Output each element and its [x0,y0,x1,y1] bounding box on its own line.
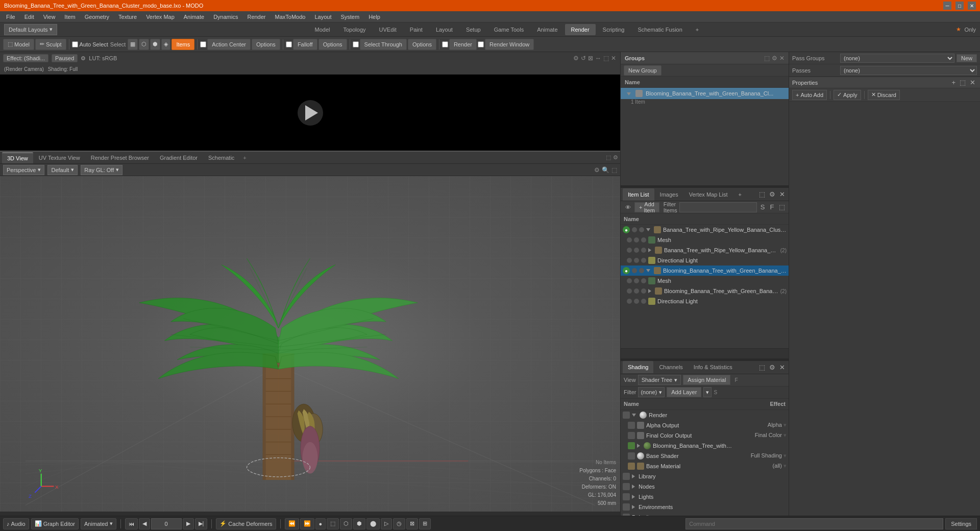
render-button[interactable]: Render [449,39,477,50]
add-item-button[interactable]: + Add Item [634,202,659,212]
sb-btn-4[interactable]: ⬚ [327,518,339,529]
view-settings-icon[interactable]: ⚙ [613,154,618,161]
sb-btn-8[interactable]: ▷ [381,518,392,529]
menu-vertex-map[interactable]: Vertex Map [142,13,179,21]
il-toolbar-expand[interactable]: ⬚ [777,203,787,211]
shader-row-final-color[interactable]: Final Color Output Final Color ▾ [621,430,789,441]
il-filter-s[interactable]: S [759,203,767,211]
sel-icon-4[interactable]: ◈ [161,39,170,50]
tab-3d-view[interactable]: 3D View [2,152,33,163]
preview-ctrl-close[interactable]: ✕ [611,55,616,62]
menu-texture[interactable]: Texture [114,13,141,21]
groups-settings-btn[interactable]: ⚙ [772,55,777,62]
auto-select-input[interactable] [72,41,78,47]
il-close-btn[interactable]: ✕ [778,190,787,198]
auto-select-checkbox[interactable]: Auto Select [72,41,108,47]
filter-input[interactable] [679,202,757,212]
il-filter-f[interactable]: F [768,203,775,211]
menu-view[interactable]: View [39,13,60,21]
tab-topology[interactable]: Topology [337,24,372,35]
filter-none-dropdown[interactable]: (none) ▾ [638,387,665,397]
render-window-input[interactable] [478,41,484,47]
effect-badge[interactable]: Effect: (Shadi... [3,54,48,62]
auto-add-button[interactable]: + Auto Add [792,90,827,100]
item-row-2[interactable]: Banana_Tree_with_Ripe_Yellow_Banana_Clus… [621,245,789,255]
animated-button[interactable]: Animated ▾ [81,518,116,529]
menu-geometry[interactable]: Geometry [81,13,113,21]
shader-row-environments[interactable]: Environments [621,502,789,512]
items-button[interactable]: Items [172,39,194,50]
sb-btn-9[interactable]: ◷ [393,518,405,529]
pass-groups-select[interactable]: (none) [840,54,954,63]
vp-expand-icon[interactable]: ⬚ [611,166,617,174]
item-row-1[interactable]: Mesh [621,235,789,245]
default-layouts-dropdown[interactable]: Default Layouts ▾ [4,24,57,35]
item-row-6[interactable]: Blooming_Banana_Tree_with_Green_Banana_C… [621,286,789,296]
transport-prev-frame[interactable]: ◀ [139,518,150,529]
menu-render[interactable]: Render [243,13,270,21]
shader-row-lights[interactable]: Lights [621,492,789,502]
shader-row-base-shader[interactable]: Base Shader Full Shading ▾ [621,451,789,461]
sel-icon-2[interactable]: ⬡ [139,39,149,50]
shading-expand-btn[interactable]: ⬚ [757,364,767,371]
play-button[interactable] [298,100,323,126]
settings-button[interactable]: Settings [945,518,977,529]
item-row-3[interactable]: Directional Light [621,255,789,266]
preview-ctrl-settings[interactable]: ⚙ [573,55,579,62]
add-layer-button[interactable]: Add Layer [667,387,701,397]
add-layer-dropdown[interactable]: ▾ [703,387,712,397]
viewport-canvas[interactable]: X Y Z No Items Polygons : Face Channels:… [0,176,620,512]
props-settings-btn[interactable]: ⬚ [958,79,967,86]
sb-btn-5[interactable]: ⬡ [340,518,352,529]
view-expand-icon[interactable]: ⬚ [606,154,611,161]
menu-system[interactable]: System [336,13,363,21]
minimize-button[interactable]: ─ [943,2,951,10]
pass-groups-new-btn[interactable]: New [957,54,977,62]
tab-vertex-map-list[interactable]: Vertex Map List [684,188,733,201]
vp-zoom-icon[interactable]: 🔍 [602,166,609,174]
tab-channels[interactable]: Channels [654,361,688,373]
preview-ctrl-view[interactable]: ⬚ [603,55,609,62]
item-row-5[interactable]: Mesh [621,276,789,286]
tab-render[interactable]: Render [565,24,596,35]
options2-button[interactable]: Options [318,39,347,50]
tab-shading[interactable]: Shading [623,361,653,373]
tab-add-panel[interactable]: + [733,188,746,201]
item-row-4[interactable]: ● Blooming_Banana_Tree_with_Green_Banana… [621,266,789,276]
maximize-button[interactable]: □ [955,2,964,10]
shader-row-library[interactable]: Library [621,471,789,481]
tab-paint[interactable]: Paint [404,24,429,35]
tab-render-preset[interactable]: Render Preset Browser [86,152,154,163]
tab-uvedit[interactable]: UVEdit [373,24,403,35]
falloff-button[interactable]: Falloff [293,39,317,50]
select-through-button[interactable]: Select Through [360,39,407,50]
tab-scripting[interactable]: Scripting [597,24,631,35]
audio-button[interactable]: ♪ Audio [3,518,29,529]
menu-layout[interactable]: Layout [310,13,335,21]
props-expand-btn[interactable]: + [950,79,957,86]
shader-row-alpha[interactable]: Alpha Output Alpha ▾ [621,420,789,430]
tab-schematic-fusion[interactable]: Schematic Fusion [631,24,688,35]
ray-gl-dropdown[interactable]: Ray GL: Off ▾ [81,165,122,175]
menu-dynamics[interactable]: Dynamics [209,13,242,21]
tab-layout[interactable]: Layout [430,24,459,35]
transport-to-start[interactable]: ⏮ [125,518,138,529]
default-dropdown[interactable]: Default ▾ [47,165,78,175]
render-window-button[interactable]: Render Window [485,39,534,50]
new-group-button[interactable]: New Group [624,65,662,76]
shader-row-render[interactable]: Render [621,410,789,420]
shading-settings-btn[interactable]: ⚙ [768,364,777,371]
status-badge[interactable]: Paused [52,54,78,62]
tab-item-list[interactable]: Item List [623,188,654,201]
shader-row-blooming[interactable]: Blooming_Banana_Tree_with_Green_B... [621,441,789,451]
tab-game-tools[interactable]: Game Tools [488,24,530,35]
vp-settings-icon[interactable]: ⚙ [594,166,600,174]
groups-close-btn[interactable]: ✕ [779,55,785,62]
close-button[interactable]: ✕ [968,2,976,10]
tab-uv-texture[interactable]: UV Texture View [34,152,85,163]
il-expand-btn[interactable]: ⬚ [757,190,767,198]
sb-btn-7[interactable]: ⬤ [366,518,380,529]
sb-btn-6[interactable]: ⬢ [353,518,365,529]
props-close-btn[interactable]: ✕ [968,79,977,86]
groups-expand-btn[interactable]: ⬚ [764,55,770,62]
